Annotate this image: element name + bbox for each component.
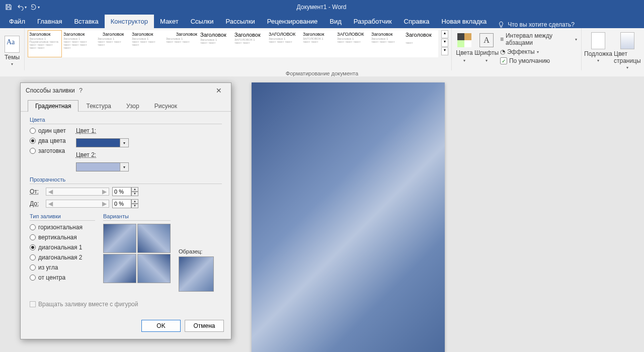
chevron-down-icon[interactable]: ▾ <box>120 162 129 171</box>
color-pickers: Цвет 1: ▾ Цвет 2: ▾ <box>76 127 129 171</box>
watermark-button[interactable]: Подложка▾ <box>585 30 612 63</box>
style-item[interactable]: ЗаголовокЗаголовок 1текст текст текст те… <box>62 30 96 57</box>
help-icon[interactable]: ? <box>75 87 87 94</box>
style-item[interactable]: ЗАГОЛОВОКЗаголовок 1текст текст текст <box>267 30 301 57</box>
color2-picker[interactable]: ▾ <box>76 162 129 171</box>
style-item[interactable]: ЗаголовокЗаголовок 1текст текст <box>199 30 233 57</box>
document-formatting-group: ЗаголовокЗаголовок 1Подзаголовок текста … <box>25 28 452 76</box>
radio-two-colors[interactable]: два цвета <box>30 137 66 144</box>
radio-from-corner[interactable]: из угла <box>30 264 95 271</box>
tab-pattern[interactable]: Узор <box>119 100 147 112</box>
tab-newtab[interactable]: Новая вкладка <box>436 15 493 28</box>
themes-label: Темы <box>5 54 20 61</box>
tab-home[interactable]: Главная <box>31 15 68 28</box>
themes-button[interactable]: Темы ▾ <box>3 30 21 66</box>
spacing-icon: ≡ <box>500 36 504 43</box>
redo-icon[interactable]: ▾ <box>28 1 41 13</box>
style-item[interactable]: ЗаголовокЗаголовок 1Подзаголовок текста … <box>28 30 62 57</box>
from-spinner[interactable]: ▲▼ <box>112 187 138 196</box>
dialog-titlebar[interactable]: Способы заливки ? ✕ <box>21 83 231 98</box>
tab-layout[interactable]: Макет <box>154 15 185 28</box>
to-slider[interactable]: ◀▶ <box>46 200 109 208</box>
style-item[interactable]: ЗаголовокЗАГОЛОВОК 1текст текст <box>233 30 267 57</box>
tab-mailings[interactable]: Рассылки <box>219 15 261 28</box>
rotate-with-shape-checkbox: Вращать заливку вместе с фигурой <box>30 301 222 308</box>
tab-picture[interactable]: Рисунок <box>147 100 185 112</box>
to-spinner[interactable]: ▲▼ <box>112 199 138 208</box>
chevron-down-icon[interactable]: ▾ <box>120 138 129 147</box>
radio-preset[interactable]: заготовка <box>30 147 66 154</box>
tab-review[interactable]: Рецензирование <box>261 15 324 28</box>
style-item[interactable]: ЗАГОЛОВОКЗаголовок 1текст текст текст <box>336 30 370 57</box>
radio-horizontal[interactable]: горизонтальная <box>30 224 95 231</box>
colors-fonts-group: Цвета ▾ A Шрифты ▾ ≡Интервал между абзац… <box>452 28 582 76</box>
from-label: От: <box>30 188 43 195</box>
radio-diagonal1[interactable]: диагональная 1 <box>30 244 95 251</box>
set-default-button[interactable]: ✓По умолчанию <box>500 57 577 64</box>
gallery-scroll: ▴ ▾ ▾ <box>441 30 448 55</box>
radio-diagonal2[interactable]: диагональная 2 <box>30 254 95 261</box>
lightbulb-icon <box>498 21 505 28</box>
tab-file[interactable]: Файл <box>3 15 31 28</box>
tab-gradient[interactable]: Градиентная <box>28 100 78 112</box>
document-page[interactable] <box>252 82 445 352</box>
transparency-title: Прозрачность <box>30 177 222 184</box>
gallery-down-icon[interactable]: ▾ <box>441 39 448 47</box>
style-item[interactable]: ЗаголовокЗаголовок 1текст текст текст те… <box>96 30 130 57</box>
tab-help[interactable]: Справка <box>398 15 436 28</box>
spin-down-icon[interactable]: ▼ <box>131 204 138 208</box>
quick-access-toolbar: ▾ ▾ <box>2 1 41 13</box>
undo-icon[interactable]: ▾ <box>15 1 28 13</box>
cancel-button[interactable]: Отмена <box>185 320 224 332</box>
style-item[interactable]: ЗаголовокЗАГОЛОВОК 1текст текст <box>301 30 336 57</box>
colors-button[interactable]: Цвета ▾ <box>455 30 474 66</box>
color-mode-radios: один цвет два цвета заготовка <box>30 127 66 171</box>
spin-down-icon[interactable]: ▼ <box>131 192 138 196</box>
ok-button[interactable]: OK <box>141 320 181 332</box>
style-item[interactable]: ЗаголовокЗаголовок 1текст текст текст <box>165 30 199 57</box>
tab-insert[interactable]: Вставка <box>68 15 104 28</box>
paragraph-spacing-button[interactable]: ≡Интервал между абзацами ▾ <box>500 32 577 46</box>
page-color-icon <box>620 32 634 49</box>
radio-vertical[interactable]: вертикальная <box>30 234 95 241</box>
tab-developer[interactable]: Разработчик <box>348 15 398 28</box>
checkbox-icon <box>30 301 36 307</box>
from-slider[interactable]: ◀▶ <box>46 188 109 196</box>
save-icon[interactable] <box>2 1 15 13</box>
variant-1[interactable] <box>103 224 136 253</box>
tab-texture[interactable]: Текстура <box>78 100 119 112</box>
spin-up-icon[interactable]: ▲ <box>131 199 138 204</box>
style-item[interactable]: ЗаголовокЗаголовок 1текст текст текст <box>370 30 404 57</box>
variant-4[interactable] <box>137 254 171 283</box>
fill-effects-dialog: Способы заливки ? ✕ Градиентная Текстура… <box>20 82 231 339</box>
window-title: Документ1 - Word <box>41 4 602 11</box>
checkmark-icon: ✓ <box>500 57 507 64</box>
variants-group: Варианты <box>103 213 171 292</box>
style-item[interactable]: ЗаголовокЗаголовок 1текст текст текст те… <box>130 30 165 57</box>
tab-view[interactable]: Вид <box>324 15 348 28</box>
themes-group: Темы ▾ <box>0 28 25 76</box>
style-item[interactable]: Заголовоктекст <box>404 30 438 57</box>
sample-label: Образец: <box>179 248 214 254</box>
tell-me-search[interactable]: Что вы хотите сделать? <box>493 21 580 28</box>
radio-from-center[interactable]: от центра <box>30 274 95 281</box>
colors-group: Цвета один цвет два цвета заготовка Цвет… <box>30 117 222 171</box>
radio-one-color[interactable]: один цвет <box>30 127 66 134</box>
close-icon[interactable]: ✕ <box>212 86 226 95</box>
color1-picker[interactable]: ▾ <box>76 138 129 147</box>
color1-label: Цвет 1: <box>76 127 96 134</box>
page-color-button[interactable]: Цвет страницы▾ <box>614 30 641 70</box>
colors-group-title: Цвета <box>30 117 222 124</box>
tab-references[interactable]: Ссылки <box>185 15 220 28</box>
gallery-more-icon[interactable]: ▾ <box>441 47 448 55</box>
fonts-button[interactable]: A Шрифты ▾ <box>476 30 497 66</box>
spin-up-icon[interactable]: ▲ <box>131 187 138 192</box>
variant-2[interactable] <box>137 224 171 253</box>
variant-3[interactable] <box>103 254 136 283</box>
gallery-up-icon[interactable]: ▴ <box>441 30 448 38</box>
dialog-body: Цвета один цвет два цвета заготовка Цвет… <box>21 112 231 315</box>
colors-icon <box>457 33 471 47</box>
style-gallery[interactable]: ЗаголовокЗаголовок 1Подзаголовок текста … <box>28 30 438 66</box>
effects-button[interactable]: ◔Эффекты ▾ <box>500 48 577 55</box>
tab-design[interactable]: Конструктор <box>105 15 154 28</box>
